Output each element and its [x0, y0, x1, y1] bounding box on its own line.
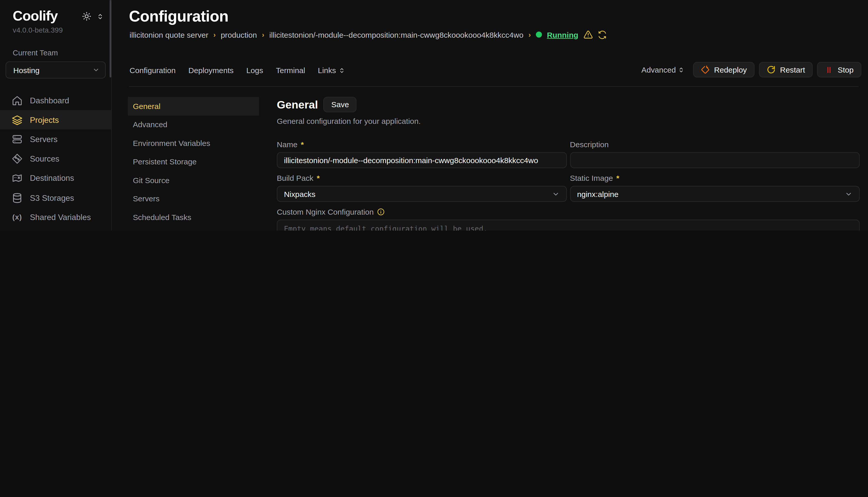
chevrons-updown-icon [678, 66, 684, 73]
theme-toggle-sun-icon[interactable] [82, 12, 91, 21]
sidebar-scrollbar[interactable] [110, 0, 111, 77]
page-title: Configuration [129, 8, 229, 25]
general-form: General Save General configuration for y… [277, 87, 859, 230]
sidebar-item-label: Destinations [30, 174, 74, 183]
chevron-right-icon: › [528, 30, 531, 39]
sidebar-nav: Dashboard Projects Servers Sources Desti… [0, 91, 111, 230]
database-icon [12, 192, 23, 203]
required-mark: * [317, 173, 320, 182]
app-version: v4.0.0-beta.399 [0, 26, 111, 34]
chevrons-updown-icon [339, 67, 345, 74]
config-nav-servers[interactable]: Servers [128, 189, 259, 208]
name-input[interactable] [277, 152, 566, 168]
config-nav-general[interactable]: General [128, 97, 259, 115]
advanced-label: Advanced [642, 66, 676, 74]
info-icon[interactable] [377, 208, 385, 215]
sidebar-item-label: Projects [30, 115, 59, 124]
save-button[interactable]: Save [323, 97, 357, 112]
breadcrumb: illicitonion quote server › production ›… [129, 30, 607, 39]
app-logo: Coolify [13, 8, 58, 24]
config-nav-advanced[interactable]: Advanced [128, 115, 259, 134]
tab-links-label: Links [318, 66, 336, 75]
required-mark: * [616, 173, 619, 182]
nginx-config-textarea[interactable] [277, 219, 859, 230]
sidebar: Coolify v4.0.0-beta.399 Current Team Hos… [0, 0, 112, 230]
static-image-value: nginx:alpine [577, 189, 619, 198]
main-area: Configuration illicitonion quote server … [112, 0, 868, 230]
breadcrumb-environment[interactable]: production [221, 30, 257, 39]
stop-icon [825, 66, 833, 74]
current-team-label: Current Team [0, 49, 111, 57]
build-pack-label: Build Pack* [277, 173, 566, 183]
theme-chevrons-icon[interactable] [97, 13, 104, 20]
tab-deployments[interactable]: Deployments [188, 66, 234, 75]
static-image-select[interactable]: nginx:alpine [570, 186, 860, 202]
breadcrumb-application[interactable]: illicitestonion/-module--decomposition:m… [269, 30, 523, 39]
redeploy-label: Redeploy [714, 66, 747, 74]
sidebar-item-dashboard[interactable]: Dashboard [0, 91, 111, 110]
sidebar-item-label: S3 Storages [30, 193, 74, 202]
status-badge[interactable]: Running [547, 30, 578, 39]
server-icon [12, 134, 23, 145]
section-subtitle: General configuration for your applicati… [277, 117, 859, 126]
sidebar-item-projects[interactable]: Projects [0, 110, 111, 130]
action-buttons: Advanced Redeploy Restart Stop [642, 62, 861, 77]
static-image-label: Static Image* [570, 173, 860, 183]
breadcrumb-project[interactable]: illicitonion quote server [129, 30, 208, 39]
description-label: Description [570, 140, 860, 149]
tab-terminal[interactable]: Terminal [276, 66, 305, 75]
name-label: Name* [277, 140, 566, 149]
git-source-icon [12, 153, 23, 165]
coolify-app: Coolify v4.0.0-beta.399 Current Team Hos… [0, 0, 868, 230]
home-icon [12, 95, 23, 106]
section-heading-general: General [277, 98, 318, 111]
config-nav-environment-variables[interactable]: Environment Variables [128, 134, 259, 152]
chevron-down-icon [92, 67, 100, 74]
restart-label: Restart [780, 66, 805, 74]
required-mark: * [301, 140, 304, 149]
status-dot-icon [536, 31, 542, 38]
tab-links[interactable]: Links [318, 66, 345, 75]
sidebar-item-destinations[interactable]: Destinations [0, 169, 111, 188]
map-icon [12, 173, 23, 184]
sidebar-item-notifications[interactable]: Notifications [0, 227, 111, 230]
refresh-icon[interactable] [598, 30, 607, 39]
sidebar-item-label: Servers [30, 135, 57, 144]
chevron-down-icon [552, 190, 559, 198]
tab-logs[interactable]: Logs [246, 66, 263, 75]
team-select-value: Hosting [13, 66, 40, 75]
layers-icon [12, 114, 23, 125]
warning-triangle-icon[interactable] [583, 30, 593, 39]
advanced-dropdown[interactable]: Advanced [642, 66, 684, 74]
tab-configuration[interactable]: Configuration [129, 66, 176, 75]
stop-button[interactable]: Stop [817, 62, 861, 77]
description-input[interactable] [570, 152, 860, 168]
tab-bar: Configuration Deployments Logs Terminal … [129, 62, 345, 79]
redeploy-icon [701, 66, 709, 74]
chevron-right-icon: › [213, 30, 216, 39]
config-nav-webhooks[interactable]: Webhooks [128, 226, 259, 230]
shared-variables-icon: (x) [12, 212, 23, 223]
save-label: Save [331, 100, 349, 109]
sidebar-item-shared-variables[interactable]: (x) Shared Variables [0, 208, 111, 227]
config-nav-scheduled-tasks[interactable]: Scheduled Tasks [128, 208, 259, 226]
sidebar-item-s3-storages[interactable]: S3 Storages [0, 188, 111, 208]
redeploy-button[interactable]: Redeploy [693, 62, 755, 77]
sidebar-item-servers[interactable]: Servers [0, 130, 111, 149]
build-pack-select[interactable]: Nixpacks [277, 186, 566, 202]
config-nav-git-source[interactable]: Git Source [128, 171, 259, 189]
chevron-right-icon: › [262, 30, 264, 39]
chevron-down-icon [845, 190, 852, 198]
sidebar-item-label: Sources [30, 154, 59, 164]
sidebar-item-label: Shared Variables [30, 213, 91, 222]
restart-icon [767, 66, 776, 74]
nginx-config-label: Custom Nginx Configuration [277, 207, 859, 216]
build-pack-value: Nixpacks [284, 189, 315, 198]
team-select[interactable]: Hosting [6, 61, 106, 79]
sidebar-item-label: Dashboard [30, 96, 69, 105]
config-nav: General Advanced Environment Variables P… [128, 97, 259, 230]
restart-button[interactable]: Restart [759, 62, 813, 77]
sidebar-item-sources[interactable]: Sources [0, 149, 111, 169]
stop-label: Stop [838, 66, 854, 74]
config-nav-persistent-storage[interactable]: Persistent Storage [128, 152, 259, 171]
